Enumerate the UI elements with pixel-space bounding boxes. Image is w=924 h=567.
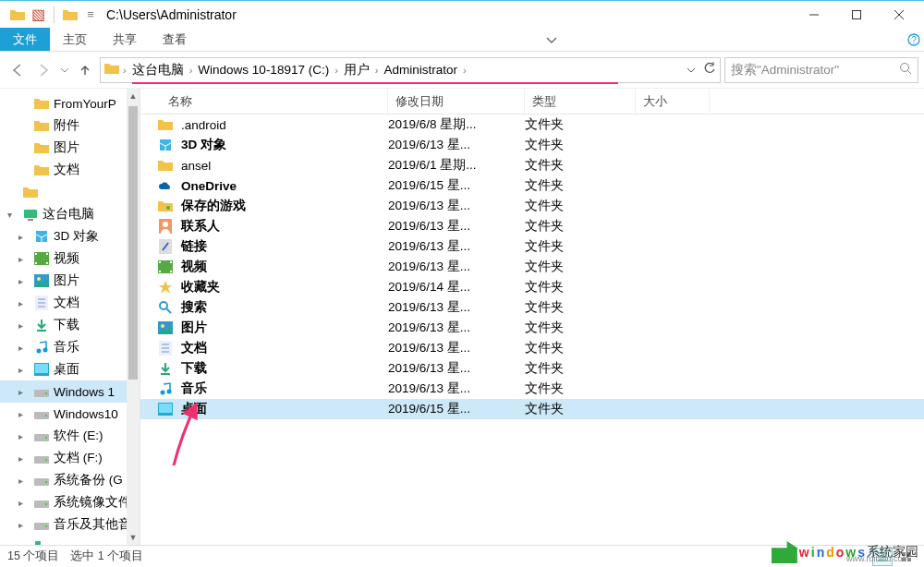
file-row[interactable]: 收藏夹2019/6/14 星...文件夹 (140, 277, 924, 297)
file-row[interactable]: 视频2019/6/13 星...文件夹 (140, 257, 924, 277)
help-icon[interactable]: ? (904, 28, 924, 51)
crumb-users[interactable]: 用户 (340, 60, 373, 80)
file-row[interactable]: 文档2019/6/13 星...文件夹 (140, 338, 924, 358)
folder-small-icon[interactable] (62, 6, 79, 23)
properties-icon[interactable]: ▧ (30, 6, 46, 23)
file-row[interactable]: 联系人2019/6/13 星...文件夹 (140, 216, 924, 236)
crumb-this-pc[interactable]: 这台电脑 (128, 60, 188, 80)
nav-item[interactable]: ▸3D 对象 (0, 225, 140, 247)
scroll-thumb[interactable] (128, 106, 138, 380)
crumb-drive[interactable]: Windows 10-18917 (C:) (194, 61, 333, 78)
tree-twisty[interactable]: ▸ (18, 520, 30, 530)
wm-d: d (826, 545, 834, 560)
file-row[interactable]: 音乐2019/6/13 星...文件夹 (140, 379, 924, 399)
nav-item[interactable]: ▸Windows 1 (0, 380, 140, 403)
tree-twisty[interactable]: ▸ (18, 343, 30, 353)
file-date: 2019/6/13 星... (388, 218, 525, 235)
tree-twisty[interactable]: ▸ (18, 387, 30, 397)
forward-button[interactable] (31, 58, 55, 82)
svg-point-63 (167, 390, 172, 394)
tree-twisty[interactable]: ▸ (18, 298, 30, 308)
nav-item[interactable]: FromYourP (0, 92, 140, 115)
nav-item[interactable]: ▸系统镜像文件 (0, 491, 140, 513)
file-row[interactable]: 保存的游戏2019/6/13 星...文件夹 (140, 196, 924, 216)
nav-item[interactable]: ▾这台电脑 (0, 203, 140, 225)
tree-twisty[interactable]: ▸ (18, 453, 30, 464)
nav-item[interactable]: ▸下载 (0, 314, 140, 336)
tab-home[interactable]: 主页 (50, 28, 100, 51)
chevron-right-icon[interactable]: › (373, 65, 381, 76)
chevron-right-icon[interactable]: › (188, 65, 195, 76)
tree-twisty[interactable]: ▾ (7, 210, 18, 220)
scroll-up-icon[interactable]: ▲ (127, 89, 140, 103)
nav-item[interactable]: ▸图片 (0, 270, 140, 292)
column-date[interactable]: 修改日期 (388, 89, 525, 114)
up-button[interactable] (74, 58, 96, 82)
nav-item[interactable]: ▸⋯ (0, 536, 140, 545)
nav-item[interactable]: ▸文档 (F:) (0, 447, 140, 469)
drive-icon (33, 383, 50, 400)
back-button[interactable] (6, 58, 30, 82)
file-row[interactable]: 搜索2019/6/13 星...文件夹 (140, 297, 924, 318)
tree-twisty[interactable]: ▸ (18, 431, 30, 441)
tree-twisty[interactable]: ▸ (18, 409, 30, 419)
tree-twisty[interactable]: ▸ (18, 276, 30, 286)
nav-item[interactable]: 附件 (0, 115, 140, 137)
ribbon-expand-icon[interactable] (538, 28, 565, 51)
scroll-down-icon[interactable]: ▼ (127, 530, 140, 545)
history-dropdown[interactable] (57, 58, 72, 82)
maximize-button[interactable] (835, 1, 878, 28)
nav-item[interactable]: ▸软件 (E:) (0, 425, 140, 447)
separator (54, 6, 55, 23)
nav-item[interactable]: 图片 (0, 137, 140, 159)
nav-item[interactable]: ▸视频 (0, 247, 140, 270)
file-row[interactable]: ansel2019/6/1 星期...文件夹 (140, 155, 924, 175)
nav-item[interactable]: ▸Windows10 (0, 403, 140, 425)
nav-item[interactable]: ▸文档 (0, 292, 140, 314)
tab-share[interactable]: 共享 (100, 28, 150, 51)
column-type[interactable]: 类型 (525, 89, 636, 114)
qat-dropdown-icon[interactable]: ≡ (82, 6, 99, 23)
close-button[interactable] (878, 1, 920, 28)
crumb-admin[interactable]: Administrator (381, 61, 462, 78)
column-size[interactable]: 大小 (636, 89, 710, 114)
nav-item[interactable]: ▸桌面 (0, 358, 140, 380)
file-row[interactable]: OneDrive2019/6/15 星...文件夹 (140, 175, 924, 196)
nav-item[interactable]: ▸音乐 (0, 336, 140, 358)
file-row[interactable]: 桌面2019/6/15 星...文件夹 (140, 399, 924, 419)
watermark: w i n d o w s 系统家园 www.ruitaifu.com (772, 541, 918, 563)
tree-twisty[interactable]: ▸ (18, 232, 30, 242)
file-row[interactable]: .android2019/6/8 星期...文件夹 (140, 115, 924, 135)
file-row[interactable]: 链接2019/6/13 星...文件夹 (140, 236, 924, 257)
tree-twisty[interactable]: ▸ (18, 476, 30, 486)
tree-twisty[interactable]: ▸ (18, 365, 30, 375)
tab-view[interactable]: 查看 (150, 28, 200, 51)
file-row[interactable]: 下载2019/6/13 星...文件夹 (140, 358, 924, 379)
chevron-right-icon[interactable]: › (333, 65, 340, 76)
file-date: 2019/6/13 星... (388, 360, 525, 377)
file-row[interactable]: 图片2019/6/13 星...文件夹 (140, 318, 924, 338)
chevron-right-icon[interactable]: › (121, 65, 128, 76)
svg-rect-34 (45, 459, 47, 461)
svg-point-56 (161, 324, 164, 328)
search-input[interactable]: 搜索"Administrator" (724, 57, 918, 83)
tree-twisty[interactable]: ▸ (18, 498, 30, 508)
tab-file[interactable]: 文件 (0, 28, 50, 51)
nav-item[interactable]: 文档 (0, 159, 140, 181)
file-date: 2019/6/15 星... (388, 177, 525, 194)
chevron-right-icon[interactable]: › (461, 65, 468, 76)
minimize-button[interactable] (793, 1, 835, 28)
column-name[interactable]: 名称 (140, 89, 388, 114)
tree-twisty[interactable]: ▸ (18, 542, 30, 546)
dropdown-icon[interactable] (687, 62, 696, 78)
refresh-icon[interactable] (703, 62, 716, 78)
nav-item[interactable]: ▸系统备份 (G (0, 469, 140, 491)
search-icon[interactable] (899, 62, 912, 78)
tree-twisty[interactable]: ▸ (18, 254, 30, 264)
address-bar[interactable]: › 这台电脑 › Windows 10-18917 (C:) › 用户 › Ad… (100, 57, 721, 83)
nav-item[interactable]: ▸音乐及其他音 (0, 513, 140, 536)
nav-item[interactable] (0, 181, 140, 203)
file-row[interactable]: 3D 对象2019/6/13 星...文件夹 (140, 135, 924, 155)
nav-scrollbar[interactable]: ▲ ▼ (127, 89, 140, 545)
tree-twisty[interactable]: ▸ (18, 320, 30, 331)
